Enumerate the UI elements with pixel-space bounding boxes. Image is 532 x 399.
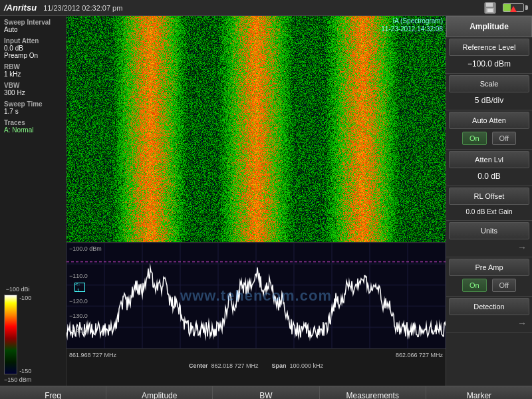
ref-level-button[interactable]: Reference Level [449,39,529,56]
center-freq-label: Center 862.018 727 MHz [189,362,259,369]
center-label: Center [189,362,208,369]
db-110-label: −110.0 [69,273,88,279]
scale-bottom-label: −150 dBm [4,376,31,383]
atten-lvl-value: 0.0 dB [446,170,532,183]
span-value: 100.000 kHz [290,362,324,369]
scale-value: 5 dB/div [446,94,532,107]
ref-level-section: Reference Level −100.0 dBm [446,37,532,74]
units-section: Units → [446,221,532,257]
cursor-box: <--1 [74,283,85,292]
rl-offset-button[interactable]: RL Offset [449,188,529,205]
freq-left: 861.968 727 MHz [69,352,116,358]
db-130-label: −130.0 [69,313,88,319]
input-atten-label: Input Atten [4,37,62,45]
input-atten-block: Input Atten 0.0 dB Preamp On [4,37,62,59]
atten-lvl-button[interactable]: Atten Lvl [449,151,529,168]
db-120-label: −120.0 [69,298,88,305]
tab-measurements[interactable]: Measurements [320,386,426,399]
sweep-interval-label: Sweep Interval [4,19,62,26]
right-panel: Amplitude Reference Level −100.0 dBm Sca… [446,16,532,386]
battery-indicator [503,3,528,12]
db-100-label: −100.0 dBm [69,245,102,252]
main-area: Sweep Interval Auto Input Atten 0.0 dB P… [0,16,532,386]
sweep-interval-block: Sweep Interval Auto [4,19,62,33]
rbw-value: 1 kHz [4,70,62,78]
traces-block: Traces A: Normal [4,119,62,134]
freq-labels: 861.968 727 MHz 862.066 727 MHz [66,348,446,360]
detection-arrow: → [446,317,532,330]
detection-button[interactable]: Detection [449,298,529,315]
tab-marker[interactable]: Marker [426,386,532,399]
timestamp-label: 11-23-2012,14:32:08 [381,25,443,33]
pre-amp-off-button[interactable]: Off [492,279,516,292]
scale-section: Scale 5 dB/div [446,74,532,110]
spectrogram-area: IA (Spectrogram) 11-23-2012,14:32:08 [66,16,446,242]
rl-offset-section: RL Offset 0.0 dB Ext Gain [446,186,532,221]
color-scale-bar [4,295,17,374]
spectrum-canvas [66,243,446,348]
sweep-interval-value: Auto [4,26,62,33]
vbw-block: VBW 300 Hz [4,82,62,96]
auto-atten-off-button[interactable]: Off [492,132,516,145]
input-atten-value: 0.0 dB [4,45,62,52]
auto-atten-on-button[interactable]: On [462,132,487,145]
span-info: Span 100.000 kHz [272,362,324,369]
left-panel: Sweep Interval Auto Input Atten 0.0 dB P… [0,16,66,386]
vbw-label: VBW [4,82,62,89]
span-label: Span [272,362,287,369]
svg-rect-3 [487,9,493,12]
sweep-time-block: Sweep Time 1.7 s [4,100,62,115]
traces-value: A: Normal [4,126,62,134]
scale-labels: -100 -150 [19,295,31,374]
sweep-time-value: 1.7 s [4,108,62,115]
center-value: 862.018 727 MHz [211,362,258,369]
auto-atten-button[interactable]: Auto Atten [449,112,529,129]
preamp-value: Preamp On [4,52,62,59]
scale-top-label: −100 dBi [6,286,30,293]
pre-amp-button[interactable]: Pre Amp [449,259,529,276]
vbw-value: 300 Hz [4,89,62,96]
save-icon[interactable] [484,2,496,14]
svg-marker-4 [510,6,517,12]
ia-label: IA (Spectrogram) [392,17,443,25]
spectrogram-canvas [66,16,446,242]
traces-label: Traces [4,119,62,126]
detection-section: Detection → [446,297,532,333]
pre-amp-on-button[interactable]: On [462,279,487,292]
atten-lvl-section: Atten Lvl 0.0 dB [446,150,532,186]
scale-button[interactable]: Scale [449,75,529,92]
amplitude-button[interactable]: Amplitude [446,16,532,37]
bottom-tabs: Freq Amplitude BW Measurements Marker [0,386,532,399]
db-140-label: −140.0 [69,327,88,334]
datetime: 11/23/2012 02:32:07 pm [43,4,484,12]
svg-rect-1 [486,3,493,7]
rbw-block: RBW 1 kHz [4,63,62,78]
pre-amp-on-off: On Off [446,277,532,293]
header: /Anritsu 11/23/2012 02:32:07 pm [0,0,532,16]
spectrum-area: −100.0 dBm −110.0 −120.0 −130.0 −140.0 <… [66,242,446,348]
color-scale: −100 dBi -100 -150 −150 dBm [4,286,62,383]
units-arrow: → [446,241,532,254]
units-button[interactable]: Units [449,222,529,239]
center-info: Center 862.018 727 MHz Span 100.000 kHz [66,360,446,371]
tab-amplitude[interactable]: Amplitude [106,386,213,399]
rl-offset-value: 0.0 dB Ext Gain [446,206,532,217]
freq-right: 862.066 727 MHz [396,352,443,358]
tab-bw[interactable]: BW [213,386,319,399]
auto-atten-section: Auto Atten On Off [446,110,532,150]
center-area: IA (Spectrogram) 11-23-2012,14:32:08 −10… [66,16,446,386]
rbw-label: RBW [4,63,62,70]
ref-level-value: −100.0 dBm [446,57,532,70]
logo: /Anritsu [4,3,37,13]
tab-freq[interactable]: Freq [0,386,106,399]
sweep-time-label: Sweep Time [4,100,62,108]
auto-atten-on-off: On Off [446,130,532,146]
pre-amp-section: Pre Amp On Off [446,257,532,297]
